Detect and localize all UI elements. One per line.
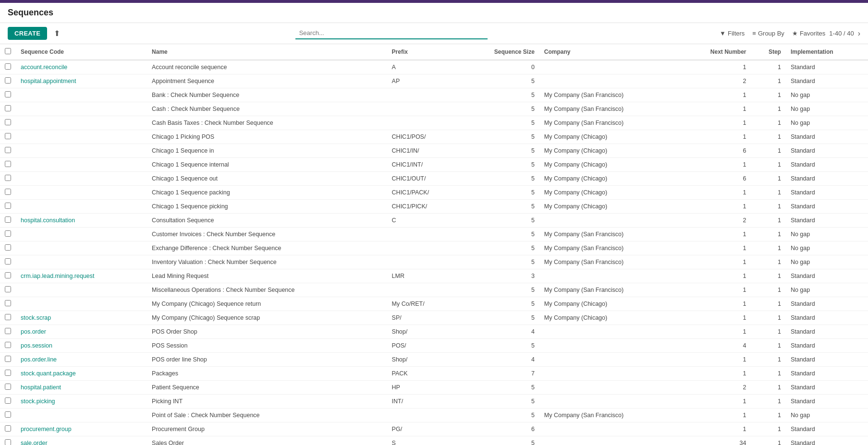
cell-next: 1 <box>680 228 751 241</box>
row-checkbox[interactable] <box>5 216 11 223</box>
search-input[interactable] <box>295 27 488 39</box>
cell-step: 1 <box>751 214 786 228</box>
row-checkbox[interactable] <box>5 203 11 209</box>
cell-name: POS Order Shop <box>147 325 387 339</box>
table-row[interactable]: Cash Basis Taxes : Check Number Sequence… <box>0 116 868 130</box>
table-row[interactable]: procurement.groupProcurement GroupPG/611… <box>0 422 868 436</box>
table-row[interactable]: stock.quant.packagePackagesPACK711Standa… <box>0 367 868 381</box>
row-checkbox-cell <box>0 116 16 130</box>
row-checkbox[interactable] <box>5 356 11 362</box>
cell-name: Miscellaneous Operations : Check Number … <box>147 283 387 297</box>
cell-seq-code <box>16 172 147 186</box>
cell-prefix: PACK <box>387 367 461 381</box>
cell-prefix: My Co/RET/ <box>387 297 461 311</box>
favorites-button[interactable]: ★ Favorites <box>792 30 825 37</box>
table-row[interactable]: Point of Sale : Check Number Sequence5My… <box>0 409 868 422</box>
cell-step: 1 <box>751 297 786 311</box>
table-row[interactable]: Customer Invoices : Check Number Sequenc… <box>0 228 868 241</box>
cell-prefix: A <box>387 60 461 74</box>
cell-step: 1 <box>751 436 786 445</box>
row-checkbox[interactable] <box>5 439 11 445</box>
row-checkbox[interactable] <box>5 244 11 251</box>
table-row[interactable]: Chicago 1 Sequence inCHIC1/IN/5My Compan… <box>0 144 868 158</box>
groupby-button[interactable]: ≡ Group By <box>752 30 784 37</box>
cell-size: 5 <box>461 116 539 130</box>
table-row[interactable]: sale.orderSales OrderS5341Standard <box>0 436 868 445</box>
row-checkbox-cell <box>0 381 16 395</box>
table-row[interactable]: hospital.patientPatient SequenceHP521Sta… <box>0 381 868 395</box>
row-checkbox[interactable] <box>5 63 11 70</box>
create-button[interactable]: CREATE <box>8 27 47 40</box>
filters-button[interactable]: ▼ Filters <box>720 30 745 37</box>
table-row[interactable]: Inventory Valuation : Check Number Seque… <box>0 255 868 269</box>
row-checkbox[interactable] <box>5 91 11 97</box>
row-checkbox[interactable] <box>5 230 11 237</box>
cell-prefix: POS/ <box>387 339 461 353</box>
row-checkbox[interactable] <box>5 189 11 195</box>
cell-name: Bank : Check Number Sequence <box>147 88 387 102</box>
table-row[interactable]: Chicago 1 Sequence pickingCHIC1/PICK/5My… <box>0 200 868 214</box>
table-row[interactable]: account.reconcileAccount reconcile seque… <box>0 60 868 74</box>
cell-impl: Standard <box>786 353 868 367</box>
table-row[interactable]: hospital.appointmentAppointment Sequence… <box>0 74 868 88</box>
table-row[interactable]: Chicago 1 Sequence outCHIC1/OUT/5My Comp… <box>0 172 868 186</box>
select-all-checkbox[interactable] <box>5 48 11 54</box>
cell-size: 5 <box>461 158 539 172</box>
table-row[interactable]: pos.order.linePOS order line ShopShop/41… <box>0 353 868 367</box>
cell-name: Chicago 1 Picking POS <box>147 130 387 144</box>
cell-impl: Standard <box>786 186 868 200</box>
table-row[interactable]: Exchange Difference : Check Number Seque… <box>0 241 868 255</box>
cell-prefix <box>387 88 461 102</box>
cell-prefix <box>387 116 461 130</box>
row-checkbox[interactable] <box>5 314 11 320</box>
row-checkbox[interactable] <box>5 397 11 404</box>
row-checkbox[interactable] <box>5 370 11 376</box>
cell-seq-code <box>16 255 147 269</box>
row-checkbox[interactable] <box>5 342 11 348</box>
table-row[interactable]: Miscellaneous Operations : Check Number … <box>0 283 868 297</box>
cell-size: 4 <box>461 353 539 367</box>
row-checkbox[interactable] <box>5 175 11 181</box>
row-checkbox[interactable] <box>5 384 11 390</box>
cell-name: Appointment Sequence <box>147 74 387 88</box>
row-checkbox[interactable] <box>5 77 11 84</box>
table-row[interactable]: stock.pickingPicking INTINT/511Standard <box>0 395 868 409</box>
cell-company <box>539 353 680 367</box>
table-row[interactable]: Bank : Check Number Sequence5My Company … <box>0 88 868 102</box>
pagination-next-button[interactable]: › <box>858 29 860 38</box>
row-checkbox[interactable] <box>5 286 11 292</box>
col-header-impl: Implementation <box>786 44 868 60</box>
cell-seq-code <box>16 283 147 297</box>
table-row[interactable]: crm.iap.lead.mining.requestLead Mining R… <box>0 269 868 283</box>
cell-impl: No gap <box>786 228 868 241</box>
table-row[interactable]: Cash : Check Number Sequence5My Company … <box>0 102 868 116</box>
table-row[interactable]: pos.orderPOS Order ShopShop/411Standard <box>0 325 868 339</box>
table-row[interactable]: Chicago 1 Picking POSCHIC1/POS/5My Compa… <box>0 130 868 144</box>
table-row[interactable]: stock.scrapMy Company (Chicago) Sequence… <box>0 311 868 325</box>
row-checkbox[interactable] <box>5 425 11 432</box>
table-row[interactable]: pos.sessionPOS SessionPOS/541Standard <box>0 339 868 353</box>
row-checkbox[interactable] <box>5 105 11 111</box>
select-all-header[interactable] <box>0 44 16 60</box>
table-row[interactable]: My Company (Chicago) Sequence returnMy C… <box>0 297 868 311</box>
row-checkbox[interactable] <box>5 161 11 167</box>
cell-impl: No gap <box>786 409 868 422</box>
cell-company <box>539 214 680 228</box>
import-button[interactable]: ⬆ <box>51 27 63 40</box>
table-row[interactable]: hospital.consultationConsultation Sequen… <box>0 214 868 228</box>
row-checkbox[interactable] <box>5 328 11 334</box>
row-checkbox[interactable] <box>5 272 11 278</box>
cell-impl: Standard <box>786 436 868 445</box>
row-checkbox[interactable] <box>5 258 11 265</box>
cell-name: Picking INT <box>147 395 387 409</box>
table-row[interactable]: Chicago 1 Sequence internalCHIC1/INT/5My… <box>0 158 868 172</box>
row-checkbox[interactable] <box>5 133 11 139</box>
row-checkbox[interactable] <box>5 300 11 306</box>
cell-size: 5 <box>461 255 539 269</box>
row-checkbox[interactable] <box>5 147 11 153</box>
row-checkbox[interactable] <box>5 411 11 418</box>
row-checkbox[interactable] <box>5 119 11 125</box>
cell-seq-code: hospital.patient <box>16 381 147 395</box>
cell-name: Account reconcile sequence <box>147 60 387 74</box>
table-row[interactable]: Chicago 1 Sequence packingCHIC1/PACK/5My… <box>0 186 868 200</box>
